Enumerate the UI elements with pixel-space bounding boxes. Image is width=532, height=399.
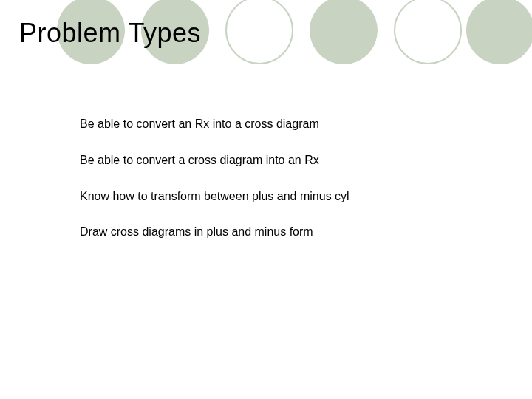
- bullet-item: Be able to convert an Rx into a cross di…: [80, 117, 494, 132]
- decor-circle-5: [394, 0, 462, 64]
- slide: Problem Types Be able to convert an Rx i…: [0, 0, 532, 399]
- bullet-list: Be able to convert an Rx into a cross di…: [80, 117, 494, 261]
- decor-circle-4: [310, 0, 378, 64]
- decor-circle-3: [225, 0, 293, 64]
- slide-title: Problem Types: [19, 18, 201, 49]
- decor-circle-6: [466, 0, 532, 64]
- bullet-item: Draw cross diagrams in plus and minus fo…: [80, 225, 494, 240]
- bullet-item: Be able to convert a cross diagram into …: [80, 153, 494, 168]
- bullet-item: Know how to transform between plus and m…: [80, 189, 494, 205]
